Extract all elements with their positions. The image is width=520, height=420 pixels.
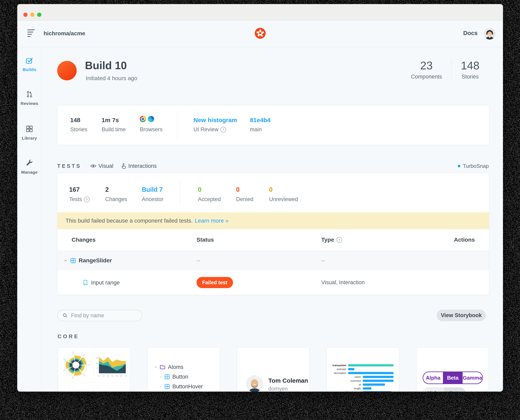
stat-accepted-label: Accepted	[198, 196, 221, 202]
chromatic-logo-icon[interactable]	[255, 28, 266, 39]
caret-down-icon[interactable]	[155, 366, 157, 368]
project-breadcrumb[interactable]: hichroma/acme	[44, 30, 85, 37]
tab-interactions-label: Interactions	[128, 163, 157, 169]
table-row-story[interactable]: Input range Failed test Visual, Interact…	[57, 270, 489, 295]
svg-text:6.0: 6.0	[72, 376, 74, 379]
field-bar-row: summary	[327, 379, 399, 383]
chevron-down-icon[interactable]	[63, 258, 68, 263]
component-card-fields-chart[interactable]: transactionestimatedescriptionnamesummar…	[327, 347, 399, 392]
docs-link[interactable]: Docs	[463, 30, 478, 37]
tree-item-atoms[interactable]: Atoms	[148, 362, 220, 372]
app-window: hichroma/acme Docs	[17, 4, 503, 392]
summary-browsers-label: Browsers	[140, 126, 163, 133]
minimize-window-button[interactable]	[30, 13, 35, 17]
search-icon	[62, 313, 68, 318]
banner-text: This build failed because a component fa…	[66, 218, 193, 224]
sidebar: Builds Reviews Library Manage	[17, 47, 42, 392]
ui-review-link[interactable]: New histogram	[193, 117, 237, 124]
field-label: summary	[327, 379, 361, 382]
svg-text:5.0: 5.0	[63, 369, 66, 372]
stat-tests-label: Tests	[69, 196, 90, 202]
help-icon[interactable]	[220, 127, 226, 133]
field-label: billingAddress	[327, 391, 361, 392]
close-window-button[interactable]	[23, 13, 28, 17]
help-icon[interactable]	[336, 237, 342, 243]
ancestor-build-link[interactable]: Build 7	[142, 186, 163, 193]
fields-bar-chart: transactionestimatedescriptionnamesummar…	[327, 363, 399, 392]
bookmark-icon	[83, 280, 88, 286]
segment-gamma[interactable]: Gamma	[463, 372, 482, 383]
build-initiated-text: Initiated 4 hours ago	[86, 75, 137, 82]
eye-icon	[90, 164, 96, 168]
component-cards-row: 1.02.03.04.05.06.07.0 510151.02.03.04.05…	[58, 347, 489, 392]
learn-more-link[interactable]: Learn more »	[195, 218, 229, 224]
field-label: length	[327, 387, 361, 390]
failed-test-badge[interactable]: Failed test	[197, 277, 233, 288]
component-card-segmented[interactable]: AlphaBetaGamma AlphaBeta	[416, 347, 489, 392]
svg-text:3.0: 3.0	[107, 375, 109, 377]
component-grid-icon	[70, 258, 76, 263]
stat-changes-value: 2	[105, 186, 109, 193]
field-bar	[348, 372, 394, 374]
search-field[interactable]	[57, 310, 142, 321]
browser-icons	[140, 116, 154, 122]
stat-unreviewed-label: Unreviewed	[269, 196, 298, 202]
tree-item-label: Button	[172, 374, 188, 380]
field-bar	[348, 368, 354, 370]
row-status: --	[197, 257, 321, 264]
summary-stories-value: 148	[70, 117, 80, 124]
segmented-control-primary: AlphaBetaGamma	[423, 372, 483, 384]
column-actions: Actions	[454, 237, 475, 243]
svg-text:1.0: 1.0	[88, 364, 90, 366]
commit-link[interactable]: 81e4b4	[250, 117, 271, 124]
polar-chart-thumbnail: 1.02.03.04.05.06.07.0	[60, 349, 92, 381]
segment-secondary-beta[interactable]: Beta	[444, 387, 466, 392]
stat-changes-label: Changes	[105, 196, 127, 202]
sidebar-item-reviews[interactable]: Reviews	[17, 90, 42, 106]
field-bar-row: estimate	[327, 367, 399, 371]
component-grid-icon	[164, 384, 170, 389]
stories-count: 148	[461, 60, 479, 72]
stat-tests-label-text: Tests	[69, 196, 82, 202]
sidebar-item-library[interactable]: Library	[17, 125, 42, 141]
svg-text:15: 15	[96, 357, 98, 359]
user-avatar[interactable]	[484, 28, 496, 40]
caret-right-icon[interactable]	[159, 385, 162, 388]
tree-item-button[interactable]: Button	[148, 372, 220, 382]
svg-text:7.0: 7.0	[83, 374, 85, 376]
table-row-component[interactable]: RangeSlider -- --	[57, 251, 489, 270]
svg-text:7.0: 7.0	[125, 375, 127, 377]
field-bar	[363, 383, 385, 386]
segment-beta[interactable]: Beta	[443, 372, 463, 383]
core-section-heading: CORE	[58, 333, 79, 340]
stories-stat: 148 Stories	[452, 60, 489, 80]
component-card-charts[interactable]: 1.02.03.04.05.06.07.0 510151.02.03.04.05…	[58, 347, 130, 392]
zoom-window-button[interactable]	[37, 13, 41, 17]
tests-card: 167 Tests 2 Changes Build 7 Ancestor 0 A…	[57, 173, 489, 295]
segment-secondary-alpha[interactable]: Alpha	[423, 387, 444, 392]
component-card-profile[interactable]: Tom Coleman domyen	[237, 347, 310, 392]
profile-name: Tom Coleman	[268, 377, 308, 384]
segment-alpha[interactable]: Alpha	[423, 372, 443, 383]
sidebar-item-manage[interactable]: Manage	[17, 159, 42, 175]
story-name[interactable]: Input range	[91, 279, 120, 286]
pointer-hand-icon	[121, 163, 126, 169]
svg-text:5.0: 5.0	[116, 375, 118, 377]
stat-accepted-value: 0	[198, 186, 201, 193]
sidebar-item-builds[interactable]: Builds	[17, 57, 42, 72]
tree-item-label: ButtonHover	[172, 383, 203, 390]
component-card-tree[interactable]: Atoms Button ButtonHover	[148, 347, 220, 392]
svg-text:1.0: 1.0	[98, 375, 100, 377]
caret-right-icon[interactable]	[159, 375, 162, 378]
tree-item-buttonhover[interactable]: ButtonHover	[148, 382, 220, 391]
view-storybook-button[interactable]: View Storybook	[437, 310, 486, 321]
search-input[interactable]	[71, 312, 132, 319]
menu-icon[interactable]	[27, 30, 36, 38]
build-header-stats: 23 Components 148 Stories	[401, 59, 489, 81]
component-name[interactable]: RangeSlider	[79, 257, 112, 264]
help-icon[interactable]	[84, 197, 90, 202]
tab-visual[interactable]: Visual	[90, 163, 113, 169]
turbosnap-indicator[interactable]: TurboSnap	[458, 163, 489, 169]
builds-icon	[26, 57, 33, 64]
tab-interactions[interactable]: Interactions	[121, 163, 157, 169]
